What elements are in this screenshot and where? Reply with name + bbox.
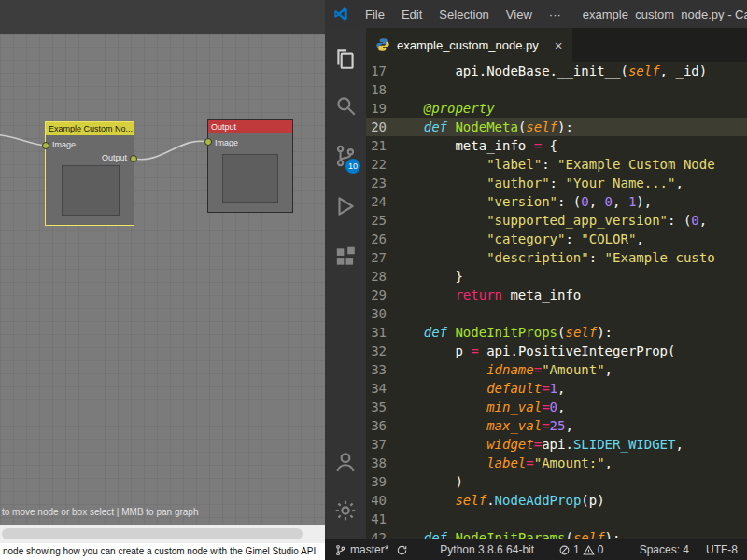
line-number: 32 (366, 342, 387, 360)
code-line[interactable]: 34 default=1, (366, 379, 747, 398)
tab-label: example_custom_node.py (397, 38, 539, 52)
line-number: 28 (366, 267, 387, 286)
menu-view[interactable]: View (498, 7, 541, 21)
code-line[interactable]: 38 label="Amount:", (366, 454, 747, 472)
warnings-icon (583, 544, 595, 556)
line-number: 33 (366, 360, 387, 379)
output-node-input-label: Image (215, 138, 238, 147)
code-line[interactable]: 39 ) (366, 472, 747, 491)
custom-node-header[interactable]: Example Custom No... (46, 122, 134, 135)
code-line[interactable]: 42 def NodeInitParams(self): (366, 528, 747, 539)
code-line[interactable]: 19 @property (366, 99, 747, 118)
menu-selection[interactable]: Selection (430, 7, 497, 21)
editor-tab-bar: example_custom_node.py × (366, 28, 747, 62)
explorer-icon[interactable] (333, 47, 358, 71)
code-line[interactable]: 21 meta_info = { (366, 136, 747, 155)
code-line[interactable]: 37 widget=api.SLIDER_WIDGET, (366, 435, 747, 454)
line-number: 42 (366, 528, 387, 539)
code-line[interactable]: 26 "category": "COLOR", (366, 230, 747, 248)
line-number: 41 (366, 510, 387, 528)
node-graph-canvas[interactable]: Example Custom No... Image Output Output… (0, 34, 325, 525)
line-number: 31 (366, 323, 387, 342)
python-interpreter-item[interactable]: Python 3.8.6 64-bit (440, 543, 534, 556)
run-debug-icon[interactable] (333, 194, 358, 218)
activity-bar: 10 (325, 28, 366, 539)
code-line[interactable]: 27 "description": "Example custo (366, 248, 747, 267)
horizontal-scrollbar[interactable] (0, 525, 325, 543)
code-editor[interactable]: 17 api.NodeBase.__init__(self, _id)1819 … (366, 62, 747, 539)
code-line[interactable]: 28 } (366, 267, 747, 286)
line-number: 22 (366, 155, 387, 174)
encoding-item[interactable]: UTF-8 (706, 543, 738, 556)
line-number: 38 (366, 454, 387, 472)
line-number: 20 (366, 118, 387, 136)
tab-close-icon[interactable]: × (555, 37, 563, 53)
output-node-input-port[interactable] (204, 138, 212, 146)
line-number: 37 (366, 435, 387, 454)
code-line[interactable]: 41 (366, 510, 747, 528)
code-line[interactable]: 36 max_val=25, (366, 416, 747, 435)
code-line[interactable]: 33 idname="Amount", (366, 360, 747, 379)
code-line[interactable]: 24 "version": (0, 0, 1), (366, 192, 747, 211)
git-branch-label: master* (350, 543, 388, 556)
gimel-status-bar: node showing how you can create a custom… (0, 543, 325, 560)
sync-icon[interactable] (396, 544, 408, 556)
line-number: 40 (366, 491, 387, 510)
code-line[interactable]: 17 api.NodeBase.__init__(self, _id) (366, 62, 747, 80)
errors-count: 1 (573, 543, 580, 556)
vscode-logo-icon (332, 6, 349, 22)
code-line[interactable]: 35 min_val=0, (366, 398, 747, 416)
code-line[interactable]: 40 self.NodeAddProp(p) (366, 491, 747, 510)
custom-node-output-label: Output (102, 153, 127, 162)
canvas-hint-text: to move node or box select | MMB to pan … (2, 507, 199, 517)
line-number: 23 (366, 174, 387, 192)
output-node-title: Output (211, 122, 236, 132)
python-file-icon (375, 37, 390, 52)
tab-example-custom-node[interactable]: example_custom_node.py × (366, 28, 572, 62)
git-branch-item[interactable]: master* (334, 543, 388, 556)
problems-item[interactable]: 1 0 (558, 543, 603, 556)
code-line[interactable]: 29 return meta_info (366, 286, 747, 304)
code-line[interactable]: 22 "label": "Example Custom Node (366, 155, 747, 174)
code-line[interactable]: 20 def NodeMeta(self): (366, 118, 747, 136)
git-branch-icon (334, 544, 346, 556)
account-icon[interactable] (333, 450, 358, 474)
output-node-header[interactable]: Output (208, 120, 292, 133)
custom-node[interactable]: Example Custom No... Image Output (45, 121, 134, 226)
indentation-item[interactable]: Spaces: 4 (640, 543, 689, 556)
line-number: 24 (366, 192, 387, 211)
code-line[interactable]: 23 "author": "Your Name...", (366, 174, 747, 192)
line-number: 35 (366, 398, 387, 416)
menu-edit[interactable]: Edit (393, 7, 430, 21)
gimel-studio-window: Example Custom No... Image Output Output… (0, 0, 325, 560)
custom-node-thumbnail (62, 165, 120, 216)
custom-node-output-port[interactable] (130, 155, 137, 162)
output-node[interactable]: Output Image (207, 119, 293, 213)
code-line[interactable]: 32 p = api.PositiveIntegerProp( (366, 342, 747, 360)
node-wires (0, 34, 325, 525)
line-number: 17 (366, 62, 387, 80)
gimel-toolbar (0, 0, 325, 34)
output-node-thumbnail (222, 154, 278, 203)
line-number: 39 (366, 472, 387, 491)
line-number: 25 (366, 211, 387, 230)
errors-icon (558, 544, 571, 556)
custom-node-input-label: Image (52, 140, 76, 149)
code-line[interactable]: 25 "supported_app_version": (0, (366, 211, 747, 230)
code-line[interactable]: 18 (366, 80, 747, 99)
custom-node-input-port[interactable] (42, 142, 49, 149)
code-line[interactable]: 30 (366, 304, 747, 323)
search-icon[interactable] (333, 93, 358, 118)
scrollbar-thumb[interactable] (2, 528, 303, 539)
vscode-titlebar: File Edit Selection View ··· example_cus… (325, 0, 747, 28)
line-number: 29 (366, 286, 387, 304)
menu-overflow[interactable]: ··· (541, 7, 570, 21)
code-line[interactable]: 31 def NodeInitProps(self): (366, 323, 747, 342)
gimel-status-text: node showing how you can create a custom… (3, 546, 316, 556)
extensions-icon[interactable] (333, 245, 358, 269)
menu-file[interactable]: File (357, 7, 393, 21)
settings-gear-icon[interactable] (333, 498, 358, 523)
line-number: 27 (366, 248, 387, 267)
vscode-window: File Edit Selection View ··· example_cus… (325, 0, 747, 560)
vscode-status-bar: master* Python 3.8.6 64-bit 1 0 Spaces: (325, 539, 747, 560)
